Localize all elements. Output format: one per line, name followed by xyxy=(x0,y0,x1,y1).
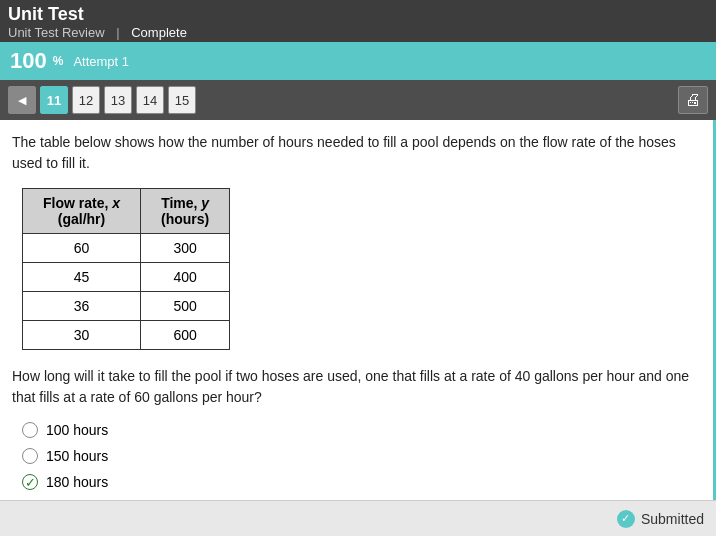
question2-text: How long will it take to fill the pool i… xyxy=(12,366,701,408)
table-col1-header: Flow rate, x(gal/hr) xyxy=(23,189,141,234)
time-cell: 400 xyxy=(141,263,230,292)
table-row: 36500 xyxy=(23,292,230,321)
status-badge: Complete xyxy=(131,25,187,40)
time-cell: 300 xyxy=(141,234,230,263)
nav-bar: ◀ 11 12 13 14 15 🖨 xyxy=(0,80,716,120)
nav-page-14[interactable]: 14 xyxy=(136,86,164,114)
time-cell: 500 xyxy=(141,292,230,321)
time-cell: 600 xyxy=(141,321,230,350)
nav-page-11[interactable]: 11 xyxy=(40,86,68,114)
answer-option[interactable]: 100 hours xyxy=(22,422,701,438)
flow-cell: 30 xyxy=(23,321,141,350)
flow-cell: 36 xyxy=(23,292,141,321)
percent-symbol: % xyxy=(53,54,64,68)
option-label: 180 hours xyxy=(46,474,108,490)
nav-prev-button[interactable]: ◀ xyxy=(8,86,36,114)
answer-options: 100 hours150 hours✓180 hours200 hours xyxy=(22,422,701,500)
score-value: 100 xyxy=(10,48,47,74)
nav-page-12[interactable]: 12 xyxy=(72,86,100,114)
submitted-label: Submitted xyxy=(641,511,704,527)
option-label: 150 hours xyxy=(46,448,108,464)
header: Unit Test Unit Test Review | Complete xyxy=(0,0,716,42)
page-title: Unit Test xyxy=(8,4,708,25)
radio-icon xyxy=(22,422,38,438)
subtitle: Unit Test Review | Complete xyxy=(8,25,708,40)
attempt-label: Attempt 1 xyxy=(73,54,129,69)
footer: ✓ Submitted xyxy=(0,500,716,536)
flow-cell: 60 xyxy=(23,234,141,263)
table-row: 60300 xyxy=(23,234,230,263)
answer-option[interactable]: ✓180 hours xyxy=(22,474,701,490)
content-area: The table below shows how the number of … xyxy=(0,120,716,500)
nav-page-13[interactable]: 13 xyxy=(104,86,132,114)
print-button[interactable]: 🖨 xyxy=(678,86,708,114)
radio-icon xyxy=(22,448,38,464)
option-label: 100 hours xyxy=(46,422,108,438)
table-row: 30600 xyxy=(23,321,230,350)
answer-option[interactable]: 150 hours xyxy=(22,448,701,464)
score-bar: 100% Attempt 1 xyxy=(0,42,716,80)
data-table: Flow rate, x(gal/hr) Time, y(hours) 6030… xyxy=(22,188,230,350)
submitted-icon: ✓ xyxy=(617,510,635,528)
nav-page-15[interactable]: 15 xyxy=(168,86,196,114)
nav-label[interactable]: Unit Test Review xyxy=(8,25,105,40)
question1-text: The table below shows how the number of … xyxy=(12,132,701,174)
check-symbol: ✓ xyxy=(621,512,630,525)
table-col2-header: Time, y(hours) xyxy=(141,189,230,234)
flow-cell: 45 xyxy=(23,263,141,292)
table-row: 45400 xyxy=(23,263,230,292)
correct-icon: ✓ xyxy=(22,474,38,490)
